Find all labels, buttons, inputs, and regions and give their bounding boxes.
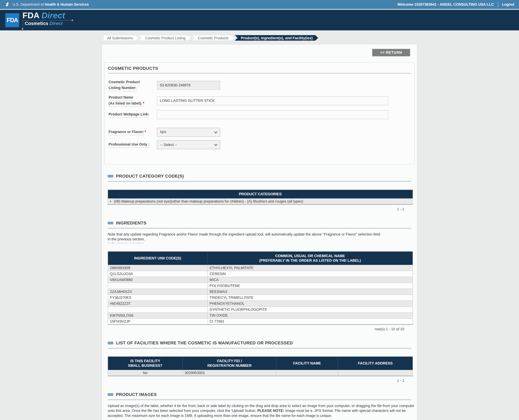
unii-cell: HIE492ZZ3T	[108, 301, 207, 307]
name-cell: TRIDECYL TRIMELLITATE	[207, 295, 413, 301]
hhs-eagle-icon	[5, 2, 10, 7]
table-row: 2865993309ETHYLHEXYL PALMITATE	[108, 265, 413, 271]
app-title: FDA Direct	[23, 11, 72, 20]
name-cell: POLYISOBUTENE	[207, 283, 413, 289]
webpage-link-label: Product Webpage Link:	[109, 112, 157, 118]
unii-cell: KM7N50LOS6	[108, 313, 207, 319]
webpage-link-input[interactable]	[157, 110, 388, 119]
unii-cell: V8A1AW0880	[108, 277, 207, 283]
product-name-label: Product Name (As listed on label):*	[109, 95, 157, 106]
name-cell: CI 77891	[207, 319, 413, 324]
sub-title-block: Cosmetics Direct	[23, 20, 72, 27]
facilities-section-title: LIST OF FACILITIES WHERE THE COSMETIC IS…	[116, 340, 293, 345]
name-cell: CERESIN	[207, 271, 413, 277]
chemical-name-column-header: COMMON, USUAL OR CHEMICAL NAME (PREFERAB…	[207, 251, 413, 265]
ingredients-table: INGREDIENT UNII CODE(S) COMMON, USUAL OR…	[108, 251, 413, 325]
facility-name-column-header: FACILITY NAME	[276, 357, 338, 370]
breadcrumb-cosmetic-product-listing[interactable]: Cosmetic Product Listing	[139, 35, 191, 41]
table-row: No 3029953001	[108, 370, 413, 376]
table-row: KM7N50LOS6TIN OXIDE	[108, 313, 413, 319]
professional-use-label: Professional Use Only :	[109, 142, 157, 148]
small-business-cell: No	[108, 370, 183, 376]
form-title: COSMETIC PRODUCTS	[108, 66, 411, 74]
name-cell: SYNTHETIC FLUORPHLOGOPITE	[207, 307, 413, 313]
collapse-minus-icon[interactable]	[108, 175, 113, 178]
chevron-down-icon	[214, 142, 217, 146]
ingredients-section: INGREDIENTS Note that any update regardi…	[108, 221, 412, 331]
table-row: V8A1AW0880MICA	[108, 277, 413, 283]
welcome-text: Welcome 15267383641 - ANGEL CONSULTING U…	[397, 2, 494, 7]
category-item: (08) Makeup preparations (not eye)(other…	[114, 199, 303, 203]
unii-cell	[108, 307, 207, 313]
listing-number-label: Cosmetic Product Listing Number:	[109, 79, 157, 91]
professional-use-select[interactable]: -- Select --	[157, 140, 220, 149]
breadcrumb: All Submissions Cosmetic Product Listing…	[103, 35, 418, 41]
name-cell: BEESWAX	[207, 289, 413, 295]
sub-title: Cosmetics Direct	[25, 21, 72, 26]
images-section: PRODUCT IMAGES Upload an image(s) of the…	[108, 392, 412, 420]
main-content: All Submissions Cosmetic Product Listing…	[0, 30, 519, 420]
table-row: POLYISOBUTENE	[108, 283, 413, 289]
listing-number-input[interactable]	[157, 81, 220, 90]
collapse-minus-icon[interactable]	[108, 342, 113, 344]
category-section: PRODUCT CATEGORY CODE(S) PRODUCT CATEGOR…	[108, 174, 412, 211]
product-categories-header: PRODUCT CATEGORIES	[108, 190, 413, 199]
topbar-divider	[498, 2, 498, 7]
images-section-title: PRODUCT IMAGES	[116, 392, 157, 397]
professional-selected-value: -- Select --	[160, 143, 177, 147]
breadcrumb-all-submissions[interactable]: All Submissions	[103, 35, 138, 41]
fragrance-select[interactable]: N/A	[157, 128, 220, 137]
breadcrumb-current-page[interactable]: Product(s), Ingredient(s), and Facility(…	[235, 35, 318, 41]
ingredients-pagination: row(s) 1 - 10 of 10	[108, 327, 413, 331]
cosmetic-products-box: COSMETIC PRODUCTS Cosmetic Product Listi…	[104, 62, 415, 165]
table-row: 2ZA36H0S2VBEESWAX	[108, 289, 413, 295]
fei-cell: 3029953001	[183, 370, 276, 376]
collapse-minus-icon[interactable]	[108, 393, 113, 396]
section-divider	[108, 399, 412, 400]
breadcrumb-cosmetic-products[interactable]: Cosmetic Products	[192, 35, 234, 41]
ingredients-note-clipped: in the previous section.	[108, 242, 412, 243]
unii-cell: 15FIX9V2JP	[108, 319, 207, 324]
category-pagination: 1 - 1	[108, 207, 413, 211]
name-cell: TIN OXIDE	[207, 313, 413, 319]
upload-instructions: Upload an image(s) of the label, whether…	[108, 403, 416, 418]
dept-prefix: U.S. Department of	[13, 2, 44, 7]
decor-dot-top	[71, 19, 73, 21]
table-row: HIE492ZZ3TPHENOXYETHANOL	[108, 301, 413, 307]
decor-dot-bottom	[22, 28, 23, 30]
fragrance-selected-value: N/A	[160, 130, 166, 134]
logout-link[interactable]: Logout	[502, 2, 514, 7]
product-name-input[interactable]	[157, 96, 388, 105]
dept-name: Health & Human Services	[45, 2, 89, 7]
sub-title-cosmetics: Cosmetics	[25, 21, 48, 26]
unii-cell: 2ZA36H0S2V	[108, 289, 207, 295]
facilities-section: LIST OF FACILITIES WHERE THE COSMETIC IS…	[108, 340, 412, 383]
name-cell: MICA	[207, 277, 413, 283]
unii-cell: Q1LS2UJO3A	[108, 271, 207, 277]
ingredients-section-title: INGREDIENTS	[116, 221, 146, 225]
hhs-top-bar: U.S. Department of Health & Human Servic…	[0, 0, 519, 10]
unii-cell: FY36J270ES	[108, 295, 207, 301]
app-title-direct: Direct	[41, 11, 65, 20]
return-button[interactable]: << RETURN	[372, 49, 410, 56]
bullet-icon: •	[110, 199, 111, 203]
dept-text: U.S. Department of Health & Human Servic…	[13, 2, 89, 7]
facility-name-cell	[276, 370, 338, 376]
table-row: • (08) Makeup preparations (not eye)(oth…	[108, 199, 413, 204]
content-panel: << RETURN COSMETIC PRODUCTS Cosmetic Pro…	[101, 44, 418, 420]
table-row: SYNTHETIC FLUORPHLOGOPITE	[108, 307, 413, 313]
facilities-pagination: 1 - 1	[108, 379, 413, 383]
fei-column-header: FACILITY FEI / REGISTRATION NUMBER	[183, 357, 276, 370]
required-asterisk: *	[145, 130, 146, 134]
unii-cell: 2865993309	[108, 265, 207, 271]
sub-title-direct: Direct	[49, 21, 63, 26]
small-business-column-header: IS THIS FACILITY SMALL BUSINESS?	[108, 357, 183, 370]
unii-cell	[108, 283, 207, 289]
name-cell: PHENOXYETHANOL	[207, 301, 413, 307]
collapse-minus-icon[interactable]	[108, 222, 113, 225]
table-row: 15FIX9V2JPCI 77891	[108, 319, 413, 324]
chevron-down-icon	[214, 130, 217, 133]
fragrance-label: Fragrance or Flavor:*	[109, 129, 157, 135]
app-title-fda: FDA	[23, 11, 39, 20]
section-divider	[108, 348, 412, 349]
